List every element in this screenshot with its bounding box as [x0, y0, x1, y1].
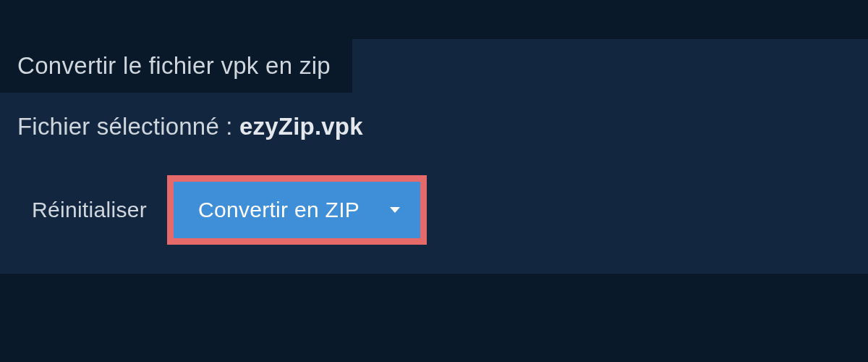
convert-button-label: Convertir en ZIP — [198, 198, 359, 222]
convert-button[interactable]: Convertir en ZIP — [174, 182, 420, 238]
selected-file-name: ezyZip.vpk — [239, 113, 363, 140]
reset-button[interactable]: Réinitialiser — [32, 198, 147, 222]
selected-file-row: Fichier sélectionné : ezyZip.vpk — [0, 93, 868, 140]
convert-highlight-frame: Convertir en ZIP — [167, 175, 427, 245]
actions-row: Réinitialiser Convertir en ZIP — [0, 140, 868, 245]
chevron-down-icon — [390, 207, 400, 213]
tab-title: Convertir le fichier vpk en zip — [0, 39, 352, 93]
selected-file-label: Fichier sélectionné : — [17, 113, 239, 140]
converter-panel: Convertir le fichier vpk en zip Fichier … — [0, 39, 868, 274]
